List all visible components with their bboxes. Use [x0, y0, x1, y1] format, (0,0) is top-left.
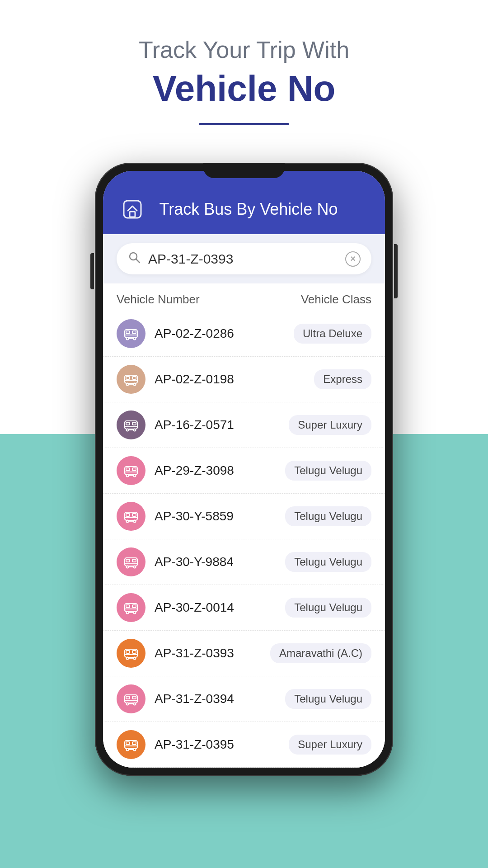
bus-icon: [117, 456, 145, 485]
svg-rect-19: [126, 422, 130, 425]
svg-point-9: [134, 338, 136, 340]
svg-point-22: [127, 429, 129, 431]
title-underline: [199, 123, 289, 125]
svg-point-23: [134, 429, 136, 431]
top-title: Vehicle No: [0, 68, 488, 109]
bus-class-badge: Ultra Deluxe: [294, 324, 371, 344]
bus-row[interactable]: AP-29-Z-3098Telugu Velugu: [103, 448, 385, 494]
bus-row[interactable]: AP-16-Z-0571Super Luxury: [103, 402, 385, 448]
bus-number: AP-31-Z-0394: [155, 692, 276, 706]
svg-rect-68: [126, 742, 130, 745]
clear-icon[interactable]: ×: [345, 251, 361, 267]
svg-rect-27: [132, 468, 136, 471]
bus-number: AP-30-Y-9884: [155, 555, 276, 569]
home-icon[interactable]: [121, 198, 144, 221]
svg-point-15: [127, 383, 129, 386]
svg-point-72: [134, 749, 136, 751]
svg-rect-34: [132, 514, 136, 516]
svg-rect-41: [132, 559, 136, 562]
bus-number: AP-16-Z-0571: [155, 418, 280, 432]
bus-class-badge: Express: [314, 369, 371, 389]
bus-row[interactable]: AP-02-Z-0198Express: [103, 357, 385, 402]
svg-rect-20: [132, 422, 136, 425]
bus-icon: [117, 547, 145, 576]
svg-rect-5: [126, 331, 130, 334]
svg-rect-33: [126, 514, 130, 516]
svg-point-51: [134, 612, 136, 614]
bus-row[interactable]: AP-31-Z-0393Amaravathi (A.C): [103, 631, 385, 676]
svg-rect-61: [126, 696, 130, 699]
bus-class-badge: Telugu Velugu: [285, 598, 371, 618]
bus-class-badge: Super Luxury: [289, 735, 371, 755]
svg-rect-0: [124, 201, 141, 218]
bus-list: AP-02-Z-0286Ultra Deluxe AP-02-Z-0198Exp…: [103, 311, 385, 768]
svg-rect-54: [126, 651, 130, 653]
bus-row[interactable]: AP-30-Z-0014Telugu Velugu: [103, 585, 385, 631]
search-input[interactable]: AP-31-Z-0393: [148, 251, 338, 267]
top-subtitle: Track Your Trip With: [0, 36, 488, 63]
svg-point-65: [134, 703, 136, 705]
svg-point-58: [134, 657, 136, 660]
bus-class-badge: Telugu Velugu: [285, 506, 371, 526]
svg-point-64: [127, 703, 129, 705]
top-section: Track Your Trip With Vehicle No: [0, 0, 488, 143]
bus-class-badge: Amaravathi (A.C): [270, 643, 371, 663]
bus-number: AP-29-Z-3098: [155, 463, 276, 478]
svg-point-36: [127, 520, 129, 523]
svg-rect-62: [132, 696, 136, 699]
bus-number: AP-30-Y-5859: [155, 509, 276, 524]
bus-number: AP-02-Z-0198: [155, 372, 305, 387]
bus-class-badge: Telugu Velugu: [285, 689, 371, 709]
bus-icon: [117, 410, 145, 439]
phone-screen: Track Bus By Vehicle No AP-31-Z-0393 ×: [103, 171, 385, 768]
svg-rect-69: [132, 742, 136, 745]
svg-point-8: [127, 338, 129, 340]
svg-rect-47: [126, 605, 130, 608]
bus-number: AP-30-Z-0014: [155, 600, 276, 615]
bus-number: AP-31-Z-0395: [155, 737, 280, 752]
svg-rect-55: [132, 651, 136, 653]
svg-rect-6: [132, 331, 136, 334]
app-header: Track Bus By Vehicle No: [103, 171, 385, 234]
search-bar[interactable]: AP-31-Z-0393 ×: [117, 243, 371, 274]
table-header: Vehicle Number Vehicle Class: [103, 283, 385, 311]
bus-icon: [117, 319, 145, 348]
bus-icon: [117, 365, 145, 394]
app-header-title: Track Bus By Vehicle No: [153, 200, 344, 219]
bus-icon: [117, 730, 145, 759]
bus-row[interactable]: AP-30-Y-9884Telugu Velugu: [103, 539, 385, 585]
svg-rect-12: [126, 377, 130, 379]
phone-outer: Track Bus By Vehicle No AP-31-Z-0393 ×: [95, 163, 393, 776]
bus-number: AP-31-Z-0393: [155, 646, 261, 660]
svg-point-50: [127, 612, 129, 614]
svg-point-30: [134, 475, 136, 477]
bus-class-badge: Super Luxury: [289, 415, 371, 435]
svg-point-29: [127, 475, 129, 477]
svg-rect-13: [132, 377, 136, 379]
search-icon: [127, 250, 141, 267]
svg-point-43: [127, 566, 129, 568]
bus-row[interactable]: AP-02-Z-0286Ultra Deluxe: [103, 311, 385, 357]
bus-number: AP-02-Z-0286: [155, 326, 285, 341]
bus-row[interactable]: AP-30-Y-5859Telugu Velugu: [103, 494, 385, 539]
search-section: AP-31-Z-0393 ×: [103, 234, 385, 283]
bus-icon: [117, 684, 145, 713]
svg-rect-48: [132, 605, 136, 608]
svg-point-16: [134, 383, 136, 386]
phone-notch: [203, 163, 285, 178]
bus-row[interactable]: AP-31-Z-0394Telugu Velugu: [103, 676, 385, 722]
svg-rect-26: [126, 468, 130, 471]
bus-class-badge: Telugu Velugu: [285, 552, 371, 572]
col-vehicle-header: Vehicle Number: [117, 292, 200, 307]
bus-icon: [117, 639, 145, 668]
svg-point-37: [134, 520, 136, 523]
svg-rect-1: [130, 212, 135, 217]
svg-point-71: [127, 749, 129, 751]
col-class-header: Vehicle Class: [301, 292, 371, 307]
bus-row[interactable]: AP-31-Z-0395Super Luxury: [103, 722, 385, 768]
svg-rect-40: [126, 559, 130, 562]
bus-class-badge: Telugu Velugu: [285, 461, 371, 481]
svg-point-44: [134, 566, 136, 568]
app-screen: Track Bus By Vehicle No AP-31-Z-0393 ×: [103, 171, 385, 768]
phone-mockup: Track Bus By Vehicle No AP-31-Z-0393 ×: [95, 163, 393, 776]
